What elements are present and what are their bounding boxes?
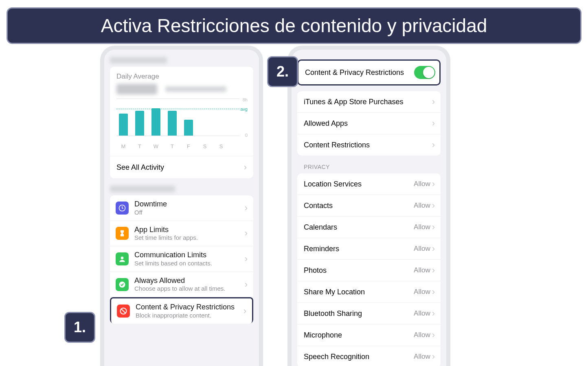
step-1-label: 1.	[74, 319, 86, 336]
day-f: F	[184, 143, 193, 149]
row-share-my-location[interactable]: Share My Location Allow›	[297, 281, 441, 303]
row-bluetooth-sharing[interactable]: Bluetooth Sharing Allow›	[297, 303, 441, 324]
reminders-label: Reminders	[304, 245, 339, 253]
restrictions-group: iTunes & App Store Purchases › Allowed A…	[297, 91, 441, 156]
downtime-sub: Off	[134, 209, 242, 216]
day-m: M	[119, 143, 128, 149]
share-location-label: Share My Location	[304, 288, 365, 296]
chevron-right-icon: ›	[432, 179, 435, 189]
allow-value: Allow	[414, 202, 430, 210]
chevron-right-icon: ›	[432, 96, 435, 107]
row-always-allowed[interactable]: Always Allowed Choose apps to allow at a…	[110, 272, 253, 298]
allow-value: Allow	[414, 353, 430, 361]
row-speech-recognition[interactable]: Speech Recognition Allow›	[297, 346, 441, 366]
svg-line-4	[121, 309, 125, 313]
chevron-right-icon: ›	[432, 243, 435, 254]
usage-bar-chart: 8h avg 0	[116, 99, 247, 143]
allow-value: Allow	[414, 266, 430, 274]
downtime-icon	[116, 202, 129, 215]
allowed-apps-label: Allowed Apps	[304, 119, 348, 128]
chevron-right-icon: ›	[242, 228, 248, 239]
allowed-title: Always Allowed	[134, 276, 242, 285]
microphone-label: Microphone	[304, 331, 342, 340]
chevron-right-icon: ›	[432, 140, 435, 150]
blurred-header	[110, 57, 167, 64]
screenshot-screen-time: Daily Average 8h avg 0 M	[100, 46, 263, 366]
privacy-section-header: PRIVACY	[304, 164, 434, 170]
row-microphone[interactable]: Microphone Allow›	[297, 324, 441, 346]
downtime-title: Downtime	[134, 200, 242, 209]
y-label-avg: avg	[240, 107, 248, 112]
daily-average-card: Daily Average 8h avg 0 M	[110, 67, 253, 178]
blurred-section-header	[110, 186, 175, 192]
step-badge-1: 1.	[64, 312, 95, 343]
content-privacy-toggle-row[interactable]: Content & Privacy Restrictions	[297, 59, 441, 85]
row-content-privacy-restrictions[interactable]: Content & Privacy Restrictions Block ina…	[110, 297, 253, 324]
allow-value: Allow	[414, 223, 430, 231]
allowed-icon	[116, 278, 129, 291]
chevron-right-icon: ›	[432, 330, 435, 340]
applimits-title: App Limits	[134, 226, 242, 235]
allow-value: Allow	[414, 288, 430, 296]
title-text: Activa Restricciones de contenido y priv…	[101, 15, 487, 37]
content-icon	[117, 305, 130, 318]
row-downtime[interactable]: Downtime Off ›	[110, 195, 253, 221]
chevron-right-icon: ›	[432, 308, 435, 319]
commlimits-icon	[116, 252, 129, 265]
row-location-services[interactable]: Location Services Allow›	[297, 173, 441, 195]
bar-mon	[119, 114, 128, 136]
chevron-right-icon: ›	[432, 118, 435, 129]
day-s2: S	[217, 143, 226, 149]
allow-value: Allow	[414, 331, 430, 339]
row-app-limits[interactable]: App Limits Set time limits for apps. ›	[110, 221, 253, 247]
chevron-right-icon: ›	[432, 222, 435, 232]
toggle-on-icon[interactable]	[414, 66, 435, 79]
content-sub: Block inappropriate content.	[136, 312, 241, 319]
day-t: T	[135, 143, 144, 149]
blurred-subvalue	[165, 86, 226, 92]
location-label: Location Services	[304, 180, 362, 188]
chevron-right-icon: ›	[432, 200, 435, 211]
row-photos[interactable]: Photos Allow›	[297, 260, 441, 281]
see-all-activity-row[interactable]: See All Activity ›	[110, 156, 253, 178]
contacts-label: Contacts	[304, 202, 333, 210]
row-allowed-apps[interactable]: Allowed Apps ›	[297, 113, 441, 134]
step-2-label: 2.	[276, 63, 289, 80]
y-label-0: 0	[245, 133, 248, 138]
title-banner: Activa Restricciones de contenido y priv…	[7, 7, 581, 44]
allow-value: Allow	[414, 245, 430, 253]
commlimits-title: Communication Limits	[134, 251, 242, 260]
svg-point-1	[121, 256, 124, 259]
speech-label: Speech Recognition	[304, 353, 369, 361]
chevron-right-icon: ›	[242, 279, 248, 290]
commlimits-sub: Set limits based on contacts.	[134, 260, 242, 267]
row-itunes-appstore[interactable]: iTunes & App Store Purchases ›	[297, 91, 441, 113]
row-communication-limits[interactable]: Communication Limits Set limits based on…	[110, 246, 253, 272]
chevron-right-icon: ›	[432, 287, 435, 297]
y-label-8h: 8h	[243, 97, 248, 102]
allow-value: Allow	[414, 309, 430, 318]
row-contacts[interactable]: Contacts Allow›	[297, 195, 441, 217]
bar-wed	[151, 108, 160, 136]
day-labels: M T W T F S S	[116, 143, 247, 153]
screen-time-options-list: Downtime Off › App Limits Set time limit…	[110, 195, 253, 324]
see-all-label: See All Activity	[116, 163, 164, 172]
bar-thu	[168, 111, 177, 136]
day-w: W	[151, 143, 160, 149]
bluetooth-label: Bluetooth Sharing	[304, 309, 362, 318]
chevron-right-icon: ›	[244, 162, 247, 173]
chevron-right-icon: ›	[242, 203, 248, 213]
allowed-sub: Choose apps to allow at all times.	[134, 285, 242, 292]
day-s: S	[200, 143, 209, 149]
row-content-restrictions[interactable]: Content Restrictions ›	[297, 134, 441, 156]
itunes-label: iTunes & App Store Purchases	[304, 98, 403, 106]
toggle-label: Content & Privacy Restrictions	[305, 68, 404, 77]
step-badge-2: 2.	[267, 56, 298, 87]
applimits-icon	[116, 227, 129, 240]
row-reminders[interactable]: Reminders Allow›	[297, 238, 441, 260]
row-calendars[interactable]: Calendars Allow›	[297, 217, 441, 238]
chevron-right-icon: ›	[432, 265, 435, 276]
bar-fri	[184, 120, 193, 136]
privacy-group: Location Services Allow› Contacts Allow›…	[297, 173, 441, 366]
content-title: Content & Privacy Restrictions	[136, 303, 241, 312]
